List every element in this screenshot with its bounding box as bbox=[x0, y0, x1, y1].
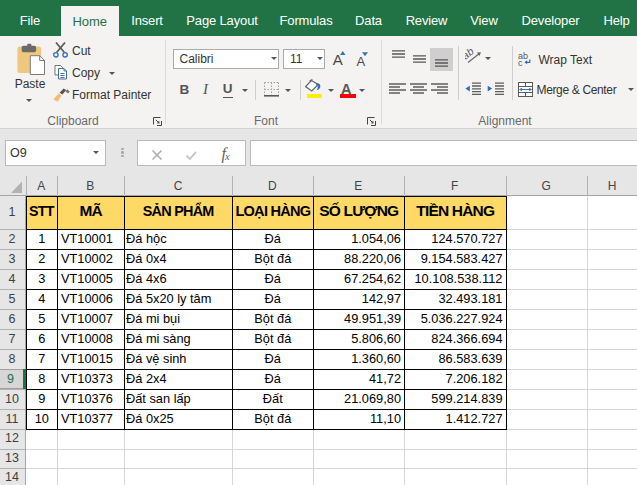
svg-text:ab: ab bbox=[465, 47, 476, 62]
svg-text:c: c bbox=[518, 58, 523, 67]
